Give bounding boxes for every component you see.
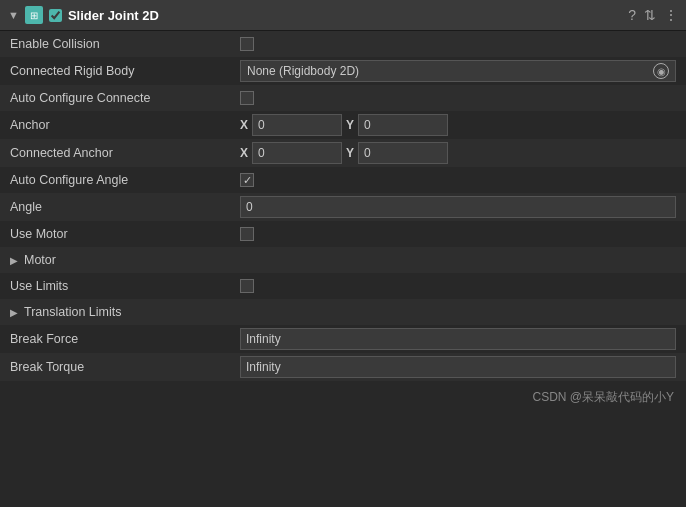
break-force-input[interactable] (240, 328, 676, 350)
help-icon[interactable]: ? (628, 7, 636, 23)
use-limits-row: Use Limits (0, 273, 686, 299)
connected-rigid-body-dropdown[interactable]: None (Rigidbody 2D) (240, 60, 676, 82)
use-limits-value (240, 279, 676, 293)
anchor-xy-group: X Y (240, 114, 676, 136)
angle-value (240, 196, 676, 218)
component-header: ▼ ⊞ Slider Joint 2D ? ⇅ ⋮ (0, 0, 686, 31)
break-force-row: Break Force (0, 325, 686, 353)
use-limits-checkbox[interactable] (240, 279, 254, 293)
anchor-x-label: X (240, 118, 248, 132)
connected-rigid-body-value: None (Rigidbody 2D) (240, 60, 676, 82)
connected-anchor-x-input[interactable] (252, 142, 342, 164)
motor-section-row[interactable]: ▶ Motor (0, 247, 686, 273)
anchor-label: Anchor (10, 118, 240, 132)
angle-label: Angle (10, 200, 240, 214)
auto-configure-connected-row: Auto Configure Connecte (0, 85, 686, 111)
auto-configure-angle-label: Auto Configure Angle (10, 173, 240, 187)
connected-anchor-row: Connected Anchor X Y (0, 139, 686, 167)
anchor-y-label: Y (346, 118, 354, 132)
enable-collision-checkbox[interactable] (240, 37, 254, 51)
motor-section-label: Motor (24, 253, 56, 267)
auto-configure-angle-row: Auto Configure Angle (0, 167, 686, 193)
motor-collapse-icon: ▶ (10, 255, 18, 266)
settings-icon[interactable]: ⇅ (644, 7, 656, 23)
auto-configure-connected-label: Auto Configure Connecte (10, 91, 240, 105)
inspector-panel: ▼ ⊞ Slider Joint 2D ? ⇅ ⋮ Enable Collisi… (0, 0, 686, 507)
angle-input[interactable] (240, 196, 676, 218)
anchor-y-input[interactable] (358, 114, 448, 136)
use-motor-checkbox[interactable] (240, 227, 254, 241)
enable-collision-row: Enable Collision (0, 31, 686, 57)
collapse-arrow-icon[interactable]: ▼ (8, 9, 19, 21)
anchor-row: Anchor X Y (0, 111, 686, 139)
component-enabled-checkbox[interactable] (49, 9, 62, 22)
translation-limits-collapse-icon: ▶ (10, 307, 18, 318)
connected-anchor-xy-group: X Y (240, 142, 676, 164)
component-title: Slider Joint 2D (68, 8, 622, 23)
enable-collision-label: Enable Collision (10, 37, 240, 51)
component-icon: ⊞ (25, 6, 43, 24)
connected-rigid-body-label: Connected Rigid Body (10, 64, 240, 78)
watermark-text: CSDN @呆呆敲代码的小Y (0, 381, 686, 410)
break-force-value (240, 328, 676, 350)
break-force-label: Break Force (10, 332, 240, 346)
translation-limits-section-label: Translation Limits (24, 305, 122, 319)
use-motor-row: Use Motor (0, 221, 686, 247)
angle-row: Angle (0, 193, 686, 221)
more-icon[interactable]: ⋮ (664, 7, 678, 23)
target-picker-icon[interactable] (653, 63, 669, 79)
connected-anchor-label: Connected Anchor (10, 146, 240, 160)
auto-configure-connected-value (240, 91, 676, 105)
use-motor-label: Use Motor (10, 227, 240, 241)
header-actions: ? ⇅ ⋮ (628, 7, 678, 23)
break-torque-label: Break Torque (10, 360, 240, 374)
dropdown-text: None (Rigidbody 2D) (247, 64, 359, 78)
break-torque-row: Break Torque (0, 353, 686, 381)
use-limits-label: Use Limits (10, 279, 240, 293)
auto-configure-angle-value (240, 173, 676, 187)
auto-configure-connected-checkbox[interactable] (240, 91, 254, 105)
connected-anchor-y-input[interactable] (358, 142, 448, 164)
connected-anchor-x-label: X (240, 146, 248, 160)
break-torque-value (240, 356, 676, 378)
translation-limits-section-row[interactable]: ▶ Translation Limits (0, 299, 686, 325)
auto-configure-angle-checkbox[interactable] (240, 173, 254, 187)
anchor-x-input[interactable] (252, 114, 342, 136)
use-motor-value (240, 227, 676, 241)
enable-collision-value (240, 37, 676, 51)
connected-anchor-y-label: Y (346, 146, 354, 160)
break-torque-input[interactable] (240, 356, 676, 378)
connected-rigid-body-row: Connected Rigid Body None (Rigidbody 2D) (0, 57, 686, 85)
